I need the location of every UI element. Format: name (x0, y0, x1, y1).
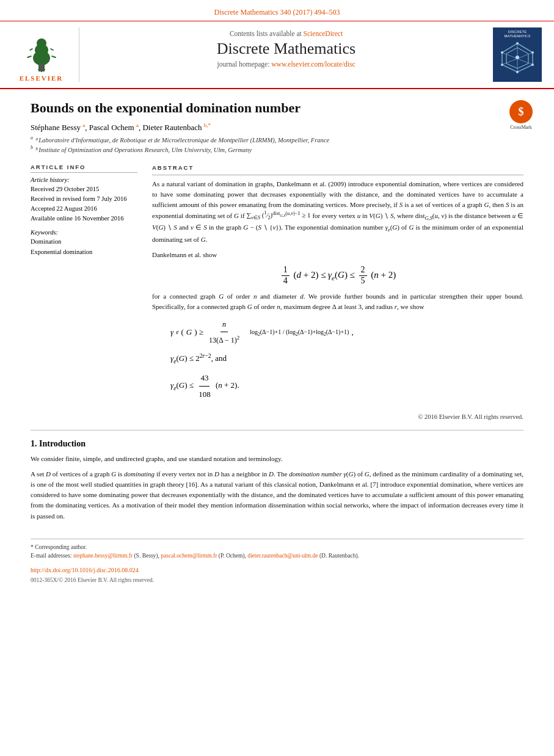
affiliation-b: b ᵇ Institute of Optimization and Operat… (31, 145, 523, 153)
article-info-column: ARTICLE INFO Article history: Received 2… (31, 164, 137, 421)
dankelmann-formula: 1 4 (d + 2) ≤ γe(G) ≤ 2 5 (n + 2) (152, 265, 523, 286)
affiliation-a: a ᵃ Laboratoire d'Informatique, de Robot… (31, 135, 523, 144)
svg-rect-5 (49, 48, 53, 51)
introduction-title: 1. Introduction (31, 439, 523, 449)
keywords-block: Keywords: Domination Exponential dominat… (31, 229, 137, 258)
abstract-header: ABSTRACT (152, 164, 523, 175)
revised-date: Received in revised form 7 July 2016 (31, 194, 137, 204)
top-bar: Discrete Mathematics 340 (2017) 494–503 (0, 0, 554, 21)
authors-line: Stéphane Bessy a, Pascal Ochem a, Dieter… (31, 122, 523, 133)
svg-point-21 (501, 64, 503, 66)
journal-cover-image: DISCRETEMATHEMATICS (493, 27, 542, 82)
info-abstract-columns: ARTICLE INFO Article history: Received 2… (31, 164, 523, 421)
email-ochem[interactable]: pascal.ochem@lirmm.fr (161, 553, 217, 559)
intro-para2: A set D of vertices of a graph G is domi… (31, 469, 523, 521)
sciencedirect-text: Contents lists available at ScienceDirec… (92, 30, 481, 37)
page: Discrete Mathematics 340 (2017) 494–503 (0, 0, 554, 756)
abstract-column: ABSTRACT As a natural variant of dominat… (152, 164, 523, 421)
corresponding-author-note: * Corresponding author. (31, 543, 523, 551)
crossmark-label: CrossMark (509, 125, 533, 130)
svg-point-19 (531, 64, 534, 66)
elsevier-brand: ELSEVIER (20, 75, 64, 82)
available-date: Available online 16 November 2016 (31, 214, 137, 224)
email-rautenbach[interactable]: dieter.rautenbach@uni-ulm.de (247, 553, 318, 559)
journal-homepage: journal homepage: www.elsevier.com/locat… (92, 60, 481, 68)
article-content: $ CrossMark Bounds on the exponential do… (0, 89, 554, 532)
homepage-link[interactable]: www.elsevier.com/locate/disc (271, 60, 355, 68)
formula-block-2: γe(G) ≤ 22r−2, and (170, 350, 523, 367)
formula-block-1: γe(G) ≥ n 13(Δ − 1)2 (170, 317, 523, 402)
svg-point-20 (516, 71, 519, 73)
article-history-block: Article history: Received 29 October 201… (31, 176, 137, 223)
keyword-domination: Domination (31, 237, 137, 247)
cover-title-text: DISCRETEMATHEMATICS (505, 30, 531, 38)
svg-rect-6 (26, 56, 31, 59)
email-bessy[interactable]: stephane.bessy@lirmm.fr (73, 553, 133, 559)
footnotes: * Corresponding author. E-mail addresses… (31, 539, 523, 584)
journal-info: Contents lists available at ScienceDirec… (92, 27, 481, 82)
history-label: Article history: (31, 176, 137, 183)
dankelmann-intro: Dankelmann et al. show (152, 250, 523, 260)
svg-point-18 (531, 51, 534, 54)
keyword-exponential: Exponential domination (31, 247, 137, 258)
svg-point-16 (516, 56, 519, 59)
copyright-text: © 2016 Elsevier B.V. All rights reserved… (152, 410, 523, 422)
abstract-para1: As a natural variant of domination in gr… (152, 179, 523, 245)
footnote-area: * Corresponding author. E-mail addresses… (0, 539, 554, 584)
svg-point-22 (501, 51, 503, 54)
received-date: Received 29 October 2015 (31, 184, 137, 194)
svg-rect-7 (51, 56, 56, 59)
svg-point-8 (39, 64, 44, 68)
svg-point-3 (37, 38, 46, 48)
intro-para1: We consider finite, simple, and undirect… (31, 454, 523, 464)
elsevier-logo: ELSEVIER (12, 27, 79, 82)
svg-rect-4 (29, 48, 32, 51)
keywords-label: Keywords: (31, 229, 137, 236)
article-info-header: ARTICLE INFO (31, 164, 137, 173)
journal-title: Discrete Mathematics (92, 40, 481, 58)
license-text: 0012-365X/© 2016 Elsevier B.V. All right… (31, 577, 523, 583)
introduction-section: 1. Introduction We consider finite, simp… (31, 439, 523, 521)
article-title: Bounds on the exponential domination num… (31, 100, 523, 116)
sciencedirect-link[interactable]: ScienceDirect (304, 30, 343, 37)
formula-block-3: γe(G) ≤ 43 108 (n + 2). (170, 370, 523, 402)
journal-ref-link[interactable]: Discrete Mathematics 340 (2017) 494–503 (214, 8, 340, 16)
abstract-text-block: As a natural variant of domination in gr… (152, 179, 523, 422)
svg-point-17 (516, 42, 519, 45)
crossmark-badge[interactable]: $ (509, 100, 533, 123)
section-divider (31, 430, 523, 431)
doi-link[interactable]: http://dx.doi.org/10.1016/j.disc.2016.08… (31, 567, 139, 573)
abstract-para2: for a connected graph G of order n and d… (152, 291, 523, 312)
journal-header: ELSEVIER Contents lists available at Sci… (0, 21, 554, 89)
accepted-date: Accepted 22 August 2016 (31, 204, 137, 214)
email-addresses-note: E-mail addresses: stephane.bessy@lirmm.f… (31, 551, 523, 560)
